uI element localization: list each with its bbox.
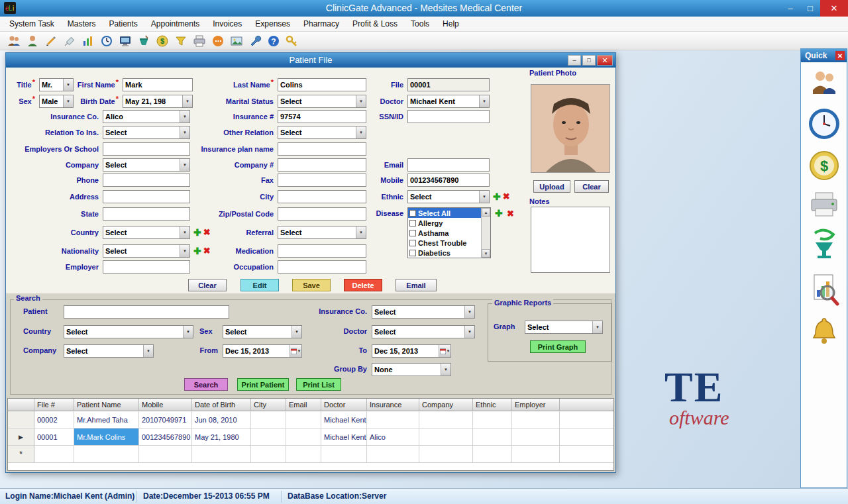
cell-employer[interactable] [512, 411, 560, 428]
cell-empty[interactable] [286, 446, 321, 463]
close-icon[interactable]: ✕ [835, 51, 845, 60]
image-icon[interactable] [229, 34, 244, 48]
edit-button[interactable]: Edit [240, 279, 279, 291]
medicine-icon[interactable] [136, 34, 151, 48]
checkbox-icon[interactable] [409, 220, 416, 227]
menu-tools[interactable]: Tools [404, 17, 436, 30]
maximize-icon[interactable]: □ [800, 0, 820, 17]
grid-col-ethnic[interactable]: Ethnic [473, 399, 512, 411]
city-input[interactable] [278, 190, 366, 203]
printer-icon[interactable] [192, 34, 207, 48]
cell-company[interactable] [419, 411, 473, 428]
cell-empty[interactable] [321, 446, 367, 463]
syringe-icon[interactable] [62, 34, 77, 48]
medication-input[interactable] [278, 244, 366, 258]
patients-group-icon[interactable] [7, 34, 21, 48]
upload-photo-button[interactable]: Upload [533, 180, 570, 193]
cell-empty[interactable] [512, 446, 560, 463]
tools-icon[interactable] [248, 34, 262, 48]
scroll-up-icon[interactable]: ▲ [482, 208, 490, 217]
grid-col-email[interactable]: Email [286, 399, 321, 411]
add-ethnic-icon[interactable]: ✚ [493, 192, 501, 201]
cell-file[interactable]: 00002 [34, 411, 74, 428]
cell-empty[interactable] [251, 446, 286, 463]
menu-system-task[interactable]: System Task [3, 17, 61, 30]
scroll-down-icon[interactable]: ▼ [482, 249, 490, 258]
disease-listbox[interactable]: Select All Allergy Asthama Chest Trouble… [407, 207, 491, 258]
save-button[interactable]: Save [292, 279, 331, 291]
cell-employer[interactable] [512, 428, 560, 446]
add-disease-icon[interactable]: ✚ [495, 209, 503, 218]
email-button[interactable]: Email [396, 279, 437, 291]
minimize-icon[interactable]: – [568, 55, 581, 66]
cell-empty[interactable] [34, 446, 74, 463]
clock-icon[interactable] [99, 34, 114, 48]
checkbox-icon[interactable] [409, 230, 416, 236]
add-nationality-icon[interactable]: ✚ [193, 246, 201, 256]
maximize-icon[interactable]: □ [582, 55, 596, 66]
listbox-scrollbar[interactable]: ▲ ▼ [481, 208, 490, 258]
chat-icon[interactable] [211, 34, 225, 48]
grid-col-file[interactable]: File # [34, 399, 74, 411]
cell-email[interactable] [286, 428, 321, 446]
row-selector[interactable] [8, 411, 34, 428]
title-select[interactable]: Mr.▼ [39, 78, 74, 91]
search-doctor-select[interactable]: Select▼ [372, 325, 475, 338]
menu-pharmacy[interactable]: Pharmacy [297, 17, 346, 30]
clock-shortcut-icon[interactable] [808, 107, 841, 140]
new-row-icon[interactable]: * [8, 446, 34, 463]
cell-patient-name[interactable]: Mr.Ahmed Taha [74, 411, 139, 428]
search-button[interactable]: Search [184, 378, 228, 391]
current-row-selector[interactable]: ▶ [8, 428, 34, 446]
mobile-input[interactable]: 001234567890 [407, 174, 490, 187]
cell-company[interactable] [419, 428, 473, 446]
clear-button[interactable]: Clear [188, 279, 227, 291]
patients-shortcut-icon[interactable] [809, 68, 839, 98]
monitor-icon[interactable] [118, 34, 132, 48]
filter-icon[interactable] [174, 34, 188, 48]
money-icon[interactable]: $ [155, 34, 170, 48]
employer-input[interactable] [103, 260, 190, 274]
patient-file-titlebar[interactable]: Patient File – □ ✕ [6, 53, 615, 68]
menu-invoices[interactable]: Invoices [206, 17, 248, 30]
pen-icon[interactable] [44, 34, 58, 48]
checkbox-icon[interactable] [409, 250, 416, 256]
menu-help[interactable]: Help [436, 17, 466, 30]
cell-dob[interactable]: Jun 08, 2010 [192, 411, 251, 428]
first-name-input[interactable]: Mark [123, 78, 193, 91]
grid-col-mobile[interactable]: Mobile [139, 399, 192, 411]
referral-select[interactable]: Select▼ [278, 226, 366, 239]
add-country-icon[interactable]: ✚ [193, 228, 201, 237]
cell-file[interactable]: 00001 [34, 428, 74, 446]
employers-or-school-input[interactable] [103, 142, 190, 156]
cell-ethnic[interactable] [473, 428, 512, 446]
grid-col-company[interactable]: Company [419, 399, 473, 411]
key-icon[interactable] [285, 34, 299, 48]
occupation-input[interactable] [278, 260, 366, 274]
search-sex-select[interactable]: Select▼ [223, 325, 302, 338]
patient-icon[interactable] [25, 34, 40, 48]
delete-ethnic-icon[interactable]: ✖ [503, 192, 510, 201]
disease-option-asthama[interactable]: Asthama [408, 228, 481, 238]
reports-shortcut-icon[interactable] [809, 273, 839, 306]
grid-col-insurance[interactable]: Insurance [367, 399, 419, 411]
search-insurance-select[interactable]: Select▼ [372, 305, 475, 319]
print-patient-button[interactable]: Print Patient [237, 378, 289, 391]
sex-select[interactable]: Male▼ [39, 95, 74, 108]
cell-empty[interactable] [367, 446, 419, 463]
cell-mobile[interactable]: 001234567890 [139, 428, 192, 446]
search-country-select[interactable]: Select▼ [64, 325, 193, 338]
grid-col-employer[interactable]: Employer [512, 399, 560, 411]
search-company-select[interactable]: Select▼ [64, 344, 154, 358]
chart-icon[interactable] [81, 34, 95, 48]
nationality-select[interactable]: Select▼ [103, 244, 190, 258]
search-patient-input[interactable] [64, 305, 229, 319]
other-relation-select[interactable]: Select▼ [278, 126, 366, 139]
grid-col-dob[interactable]: Date of Birth [192, 399, 251, 411]
company-number-input[interactable] [278, 158, 366, 172]
close-icon[interactable]: ✕ [820, 0, 848, 17]
birth-date-select[interactable]: May 21, 198▼ [123, 95, 193, 108]
close-icon[interactable]: ✕ [597, 55, 613, 66]
cell-dob[interactable]: May 21, 1980 [192, 428, 251, 446]
zip-input[interactable] [278, 207, 366, 221]
